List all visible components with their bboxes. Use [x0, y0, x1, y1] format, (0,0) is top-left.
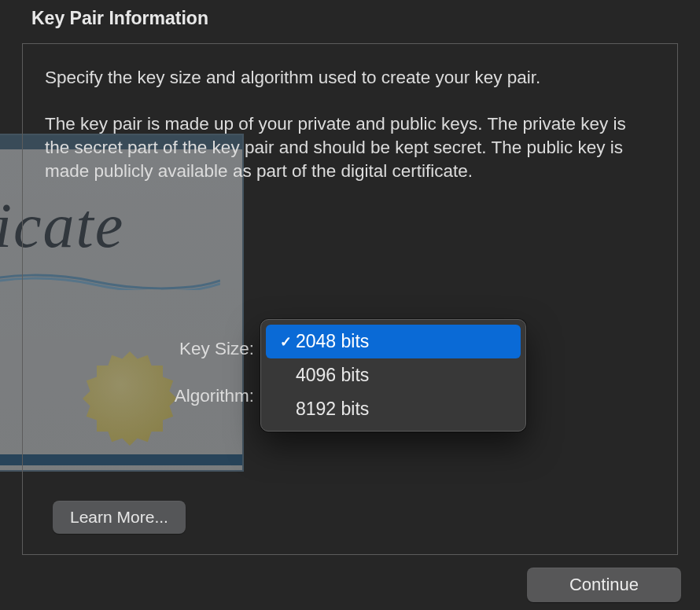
form-area: Key Size: Algorithm: ✓2048 bits✓4096 bit… — [23, 329, 677, 423]
learn-more-button[interactable]: Learn More... — [53, 501, 186, 534]
intro-text: Specify the key size and algorithm used … — [45, 66, 655, 89]
content-panel: Specify the key size and algorithm used … — [22, 43, 678, 555]
key-size-option[interactable]: ✓2048 bits — [266, 325, 521, 358]
continue-button[interactable]: Continue — [527, 568, 681, 602]
key-size-label: Key Size: — [23, 339, 256, 359]
key-size-dropdown: ✓2048 bits✓4096 bits✓8192 bits — [260, 319, 526, 432]
key-size-option-label: 8192 bits — [296, 399, 369, 420]
description-text: The key pair is made up of your private … — [45, 112, 655, 182]
algorithm-label: Algorithm: — [23, 386, 256, 406]
checkmark-icon: ✓ — [275, 333, 296, 351]
key-size-option-label: 2048 bits — [296, 331, 369, 352]
key-size-option[interactable]: ✓8192 bits — [266, 392, 521, 426]
key-size-option[interactable]: ✓4096 bits — [266, 358, 521, 392]
footer-bar: Continue — [0, 560, 700, 610]
key-size-option-label: 4096 bits — [296, 365, 369, 386]
window-title: Key Pair Information — [0, 0, 700, 40]
